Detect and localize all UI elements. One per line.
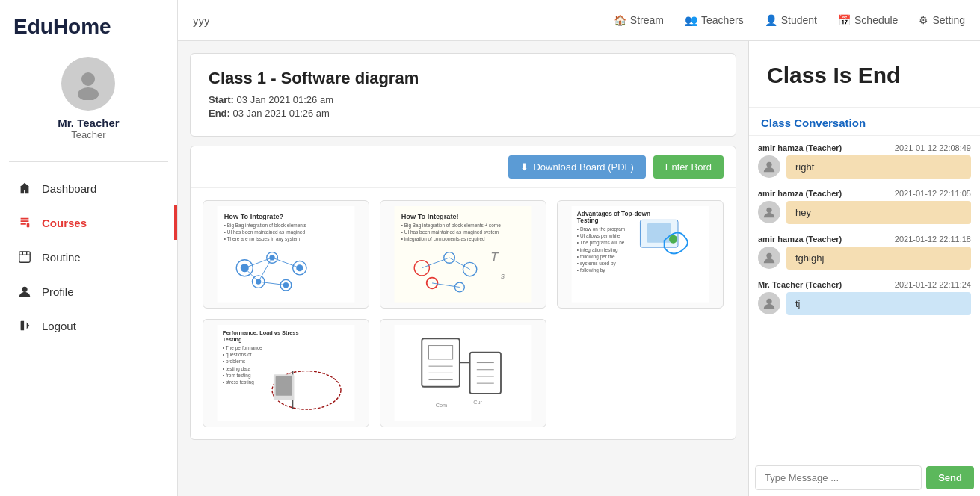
sidebar-item-logout[interactable]: Logout bbox=[0, 309, 177, 343]
end-label: End: bbox=[209, 108, 230, 119]
svg-rect-28 bbox=[395, 206, 532, 303]
class-end-title: Class Is End bbox=[767, 62, 962, 89]
svg-text:Performance: Load vs Stress: Performance: Load vs Stress bbox=[223, 329, 299, 336]
chat-avatar bbox=[758, 292, 780, 314]
svg-text:• UI has been maintained as im: • UI has been maintained as imagined sys… bbox=[401, 229, 499, 235]
avatar bbox=[61, 57, 115, 111]
sidebar-item-label: Routine bbox=[42, 251, 81, 264]
setting-icon: ⚙ bbox=[919, 14, 928, 26]
svg-text:• following by: • following by bbox=[577, 267, 605, 273]
routine-icon bbox=[16, 249, 33, 265]
enter-board-button[interactable]: Enter Bord bbox=[653, 155, 724, 179]
class-start-date: Start: 03 Jan 2021 01:26 am bbox=[209, 94, 718, 105]
chat-sender: amir hamza (Teacher) bbox=[758, 143, 842, 152]
nav-menu: DashboardCoursesRoutineProfileLogout bbox=[0, 171, 177, 343]
chat-msg-meta: Mr. Teacher (Teacher) 2021-01-12 22:11:2… bbox=[758, 280, 971, 289]
svg-text:• testing data: • testing data bbox=[223, 366, 251, 372]
chat-msg-meta: amir hamza (Teacher) 2021-01-12 22:08:49 bbox=[758, 143, 971, 152]
svg-text:• Big Bag integration of block: • Big Bag integration of block elements bbox=[224, 223, 306, 229]
svg-text:Advantages of Top-down: Advantages of Top-down bbox=[577, 211, 650, 217]
sidebar-item-routine[interactable]: Routine bbox=[0, 240, 177, 274]
svg-text:• questions of: • questions of bbox=[223, 352, 252, 358]
sidebar-item-profile[interactable]: Profile bbox=[0, 274, 177, 309]
logout-icon bbox=[16, 317, 33, 334]
chat-sender: Mr. Teacher (Teacher) bbox=[758, 280, 842, 289]
content-area: Class 1 - Software diagram Start: 03 Jan… bbox=[178, 41, 980, 496]
svg-rect-3 bbox=[19, 252, 30, 262]
topnav-link-teachers[interactable]: 👥Teachers bbox=[685, 14, 744, 26]
svg-text:• The performance: • The performance bbox=[223, 345, 262, 351]
courses-icon bbox=[16, 214, 33, 231]
sidebar-item-courses[interactable]: Courses bbox=[0, 205, 177, 240]
chat-bubble: hey bbox=[786, 201, 971, 224]
chat-timestamp: 2021-01-12 22:11:18 bbox=[895, 235, 971, 244]
chat-messages[interactable]: amir hamza (Teacher) 2021-01-12 22:08:49… bbox=[749, 136, 980, 459]
send-button[interactable]: Send bbox=[926, 466, 974, 489]
student-icon: 👤 bbox=[765, 14, 777, 26]
sidebar-item-label: Courses bbox=[42, 217, 87, 229]
chat-msg-row: tj bbox=[758, 292, 971, 315]
svg-text:Testing: Testing bbox=[223, 336, 242, 343]
chat-msg-row: right bbox=[758, 155, 971, 179]
svg-point-18 bbox=[296, 264, 303, 271]
svg-text:• following per the: • following per the bbox=[577, 254, 615, 260]
user-name: Mr. Teacher bbox=[58, 117, 119, 129]
end-date-value: 03 Jan 2021 01:26 am bbox=[233, 108, 330, 119]
svg-text:• integration of components as: • integration of components as required bbox=[401, 236, 485, 242]
class-end-date: End: 03 Jan 2021 01:26 am bbox=[209, 108, 718, 119]
chat-message-block: amir hamza (Teacher) 2021-01-12 22:11:05… bbox=[758, 189, 971, 224]
class-label: yyy bbox=[193, 14, 210, 27]
svg-text:Cur: Cur bbox=[473, 399, 482, 406]
topnav-link-student[interactable]: 👤Student bbox=[765, 14, 817, 26]
svg-text:• There are no issues in any s: • There are no issues in any system bbox=[224, 236, 301, 242]
right-panel: Class Is End Class Conversation amir ham… bbox=[748, 41, 980, 496]
svg-text:• systems used by: • systems used by bbox=[577, 261, 617, 267]
board-thumb-5[interactable]: Com Cur bbox=[380, 319, 546, 427]
svg-point-86 bbox=[766, 299, 771, 304]
chat-message-block: amir hamza (Teacher) 2021-01-12 22:11:18… bbox=[758, 235, 971, 270]
boards-card: ⬇ Download Board (PDF) Enter Bord How To… bbox=[190, 146, 736, 440]
svg-text:• from testing: • from testing bbox=[223, 373, 251, 379]
class-header-card: Class 1 - Software diagram Start: 03 Jan… bbox=[190, 53, 736, 137]
svg-point-84 bbox=[766, 208, 771, 213]
chat-message-input[interactable] bbox=[755, 465, 922, 490]
board-thumb-3[interactable]: Advantages of Top-down Testing • Draw on… bbox=[557, 200, 724, 309]
svg-text:• integration testing: • integration testing bbox=[577, 247, 618, 253]
svg-text:How To Integrate?: How To Integrate? bbox=[224, 213, 284, 220]
download-board-label: Download Board (PDF) bbox=[533, 161, 633, 173]
chat-sender: amir hamza (Teacher) bbox=[758, 235, 842, 244]
chat-bubble: right bbox=[786, 155, 971, 179]
chat-timestamp: 2021-01-12 22:11:24 bbox=[895, 280, 971, 289]
svg-rect-69 bbox=[395, 325, 532, 421]
teachers-icon: 👥 bbox=[685, 14, 697, 26]
chat-msg-meta: amir hamza (Teacher) 2021-01-12 22:11:05 bbox=[758, 189, 971, 198]
top-navigation: yyy 🏠Stream👥Teachers👤Student📅Schedule⚙Se… bbox=[178, 0, 980, 41]
boards-grid: How To Integrate? • Big Bag integration … bbox=[191, 188, 736, 439]
boards-toolbar: ⬇ Download Board (PDF) Enter Bord bbox=[191, 146, 736, 188]
svg-text:How To Integrate!: How To Integrate! bbox=[401, 213, 459, 220]
board-thumb-2[interactable]: How To Integrate! • Big Bag integration … bbox=[380, 200, 546, 309]
chat-msg-row: fghighj bbox=[758, 247, 971, 270]
user-avatar-section: Mr. Teacher Teacher bbox=[58, 57, 119, 140]
topnav-link-schedule[interactable]: 📅Schedule bbox=[838, 14, 898, 26]
svg-point-1 bbox=[78, 87, 99, 100]
board-thumb-1[interactable]: How To Integrate? • Big Bag integration … bbox=[203, 200, 369, 309]
schedule-icon: 📅 bbox=[838, 14, 851, 26]
sidebar-item-label: Logout bbox=[42, 320, 76, 332]
board-thumb-4[interactable]: Performance: Load vs Stress Testing • Th… bbox=[203, 319, 369, 427]
svg-point-7 bbox=[22, 287, 27, 292]
svg-text:• Draw on the program: • Draw on the program bbox=[577, 226, 625, 232]
topnav-link-setting[interactable]: ⚙Setting bbox=[919, 14, 965, 26]
svg-point-85 bbox=[766, 253, 771, 258]
download-board-button[interactable]: ⬇ Download Board (PDF) bbox=[508, 155, 645, 179]
chat-bubble: fghighj bbox=[786, 247, 971, 270]
topnav-link-label: Teachers bbox=[701, 14, 744, 26]
chat-avatar bbox=[758, 155, 780, 178]
sidebar-item-dashboard[interactable]: Dashboard bbox=[0, 171, 177, 205]
chat-avatar bbox=[758, 201, 780, 223]
topnav-link-stream[interactable]: 🏠Stream bbox=[614, 14, 664, 26]
chat-message-block: Mr. Teacher (Teacher) 2021-01-12 22:11:2… bbox=[758, 280, 971, 315]
svg-text:s: s bbox=[501, 272, 505, 280]
stream-icon: 🏠 bbox=[614, 14, 626, 26]
chat-timestamp: 2021-01-12 22:11:05 bbox=[895, 189, 971, 198]
